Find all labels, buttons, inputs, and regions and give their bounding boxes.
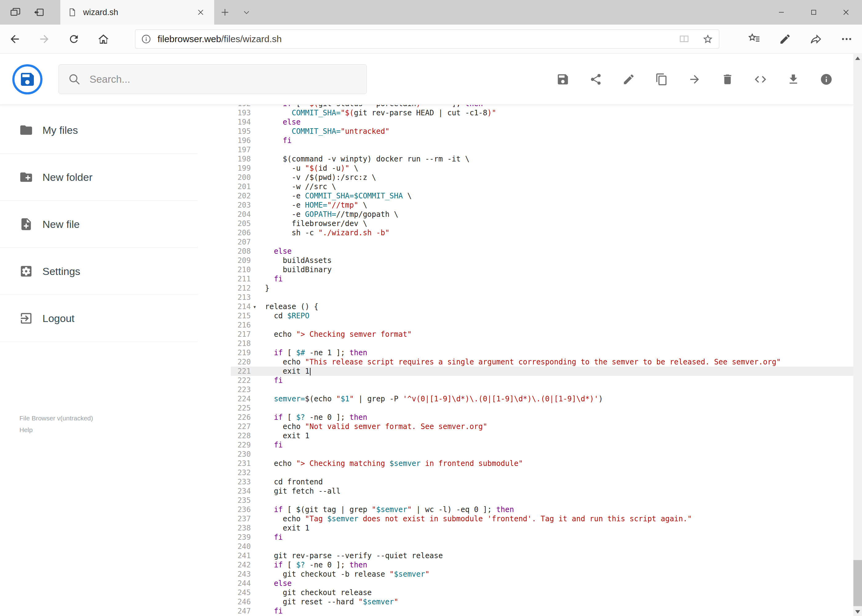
code-line[interactable]: 241 git rev-parse --verify --quiet relea… xyxy=(231,551,853,560)
code-line[interactable]: 222 fi xyxy=(231,376,853,385)
search-box[interactable] xyxy=(58,64,367,94)
code-line[interactable]: 225 xyxy=(231,404,853,413)
app-version-text: File Browser v(untracked) xyxy=(19,412,93,424)
code-line[interactable]: 230 xyxy=(231,449,853,459)
delete-button[interactable] xyxy=(721,72,734,86)
set-tabs-aside-button[interactable] xyxy=(33,6,45,19)
code-line[interactable]: 199 -u "$(id -u)" \ xyxy=(231,163,853,173)
code-line[interactable]: 231 echo "> Checking matching $semver in… xyxy=(231,459,853,468)
code-line[interactable]: 192 if [ "$(git status --porcelain)" = "… xyxy=(231,105,853,108)
search-input[interactable] xyxy=(89,73,335,85)
code-line[interactable]: 239 fi xyxy=(231,533,853,542)
code-editor[interactable]: 192 if [ "$(git status --porcelain)" = "… xyxy=(231,105,853,616)
sidebar-item-logout[interactable]: Logout xyxy=(0,295,198,342)
code-line[interactable]: 201 -w //src \ xyxy=(231,182,853,191)
code-line[interactable]: 200 -v /$(pwd):/src:z \ xyxy=(231,173,853,182)
scroll-up-arrow[interactable] xyxy=(853,54,862,63)
maximize-button[interactable] xyxy=(797,0,830,25)
hub-button[interactable] xyxy=(739,25,770,53)
code-line[interactable]: 229 fi xyxy=(231,440,853,449)
sidebar-item-my-files[interactable]: My files xyxy=(0,107,198,154)
code-line[interactable]: 232 xyxy=(231,468,853,477)
fold-arrow-icon[interactable]: ▾ xyxy=(251,302,258,311)
code-line[interactable]: 247 fi xyxy=(231,607,853,616)
sidebar-item-new-file[interactable]: New file xyxy=(0,201,198,248)
code-line[interactable]: 227 echo "Not valid semver format. See s… xyxy=(231,422,853,431)
code-line[interactable]: 197 xyxy=(231,145,853,154)
rename-button[interactable] xyxy=(622,72,635,86)
sidebar-item-settings[interactable]: Settings xyxy=(0,248,198,295)
sidebar-item-new-folder[interactable]: New folder xyxy=(0,154,198,201)
code-line[interactable]: 244 else xyxy=(231,579,853,588)
address-bar[interactable]: filebrowser.web/files/wizard.sh xyxy=(135,30,719,49)
code-line[interactable]: 196 fi xyxy=(231,136,853,145)
code-line[interactable]: 215 cd $REPO xyxy=(231,311,853,321)
code-line[interactable]: 220 echo "This release script requires a… xyxy=(231,357,853,366)
new-tab-button[interactable] xyxy=(214,0,236,25)
scrollbar[interactable] xyxy=(853,54,862,616)
refresh-button[interactable] xyxy=(59,25,89,53)
tab-close-button[interactable] xyxy=(194,6,207,19)
code-line[interactable]: 212} xyxy=(231,284,853,293)
code-line[interactable]: 216 xyxy=(231,321,853,330)
add-favorite-star-icon[interactable] xyxy=(702,33,713,45)
code-line[interactable]: 204 -e GOPATH=//tmp/gopath \ xyxy=(231,210,853,219)
code-line[interactable]: 240 xyxy=(231,542,853,551)
tab-preview-button[interactable] xyxy=(9,6,22,19)
code-line[interactable]: 209 buildAssets xyxy=(231,256,853,265)
code-line[interactable]: 214▾release () { xyxy=(231,302,853,311)
code-line[interactable]: 243 git checkout -b release "$semver" xyxy=(231,570,853,579)
code-line[interactable]: 194 else xyxy=(231,118,853,127)
code-line[interactable]: 233 cd frontend xyxy=(231,477,853,487)
help-link[interactable]: Help xyxy=(19,424,93,436)
back-button[interactable] xyxy=(0,25,30,53)
code-line[interactable]: 217 echo "> Checking semver format" xyxy=(231,330,853,339)
code-line[interactable]: 210 buildBinary xyxy=(231,265,853,274)
code-line[interactable]: 246 git reset --hard "$semver" xyxy=(231,597,853,607)
code-line[interactable]: 234 git fetch --all xyxy=(231,487,853,496)
download-button[interactable] xyxy=(786,72,800,86)
web-note-button[interactable] xyxy=(770,25,801,53)
code-line[interactable]: 245 git checkout release xyxy=(231,588,853,597)
code-line[interactable]: 223 xyxy=(231,385,853,394)
code-line[interactable]: 238 exit 1 xyxy=(231,523,853,533)
code-line[interactable]: 206 sh -c "./wizard.sh -b" xyxy=(231,228,853,237)
filebrowser-logo[interactable] xyxy=(12,64,43,94)
code-line[interactable]: 193 COMMIT_SHA="$(git rev-parse HEAD | c… xyxy=(231,108,853,118)
share-file-button[interactable] xyxy=(589,72,603,86)
close-window-button[interactable] xyxy=(830,0,862,25)
code-line[interactable]: 208 else xyxy=(231,247,853,256)
code-line[interactable]: 211 fi xyxy=(231,274,853,284)
code-line[interactable]: 226 if [ $? -ne 0 ]; then xyxy=(231,413,853,422)
code-line[interactable]: 228 exit 1 xyxy=(231,431,853,440)
code-line[interactable]: 202 -e COMMIT_SHA=$COMMIT_SHA \ xyxy=(231,191,853,201)
code-line[interactable]: 237 echo "Tag $semver does not exist in … xyxy=(231,514,853,523)
code-line[interactable]: 218 xyxy=(231,339,853,348)
code-line[interactable]: 224 semver=$(echo "$1" | grep -P '^v(0|[… xyxy=(231,394,853,404)
share-button[interactable] xyxy=(801,25,831,53)
code-line[interactable]: 203 -e HOME="//tmp" \ xyxy=(231,201,853,210)
scroll-down-arrow[interactable] xyxy=(853,607,862,616)
move-button[interactable] xyxy=(688,72,701,86)
code-line[interactable]: 207 xyxy=(231,237,853,247)
home-button[interactable] xyxy=(89,25,118,53)
scrollbar-thumb[interactable] xyxy=(853,560,862,606)
code-line[interactable]: 242 if [ $? -ne 0 ]; then xyxy=(231,560,853,570)
minimize-button[interactable] xyxy=(765,0,797,25)
code-line[interactable]: 219 if [ $# -ne 1 ]; then xyxy=(231,348,853,357)
more-options-button[interactable] xyxy=(831,25,862,53)
save-button[interactable] xyxy=(556,72,570,86)
info-button[interactable] xyxy=(819,72,833,86)
copy-button[interactable] xyxy=(655,72,668,86)
raw-code-button[interactable] xyxy=(754,72,767,86)
code-line[interactable]: 205 filebrowser/dev \ xyxy=(231,219,853,228)
site-info-icon[interactable] xyxy=(141,34,151,44)
code-line[interactable]: 195 COMMIT_SHA="untracked" xyxy=(231,127,853,136)
browser-tab[interactable]: wizard.sh xyxy=(60,0,214,25)
code-line[interactable]: 213 xyxy=(231,293,853,302)
tab-list-dropdown-button[interactable] xyxy=(236,0,257,25)
code-line[interactable]: 221 exit 1 xyxy=(231,366,853,376)
code-line[interactable]: 236 if [ $(git tag | grep "$semver" | wc… xyxy=(231,505,853,514)
code-line[interactable]: 235 xyxy=(231,496,853,505)
code-line[interactable]: 198 $(command -v winpty) docker run --rm… xyxy=(231,154,853,163)
